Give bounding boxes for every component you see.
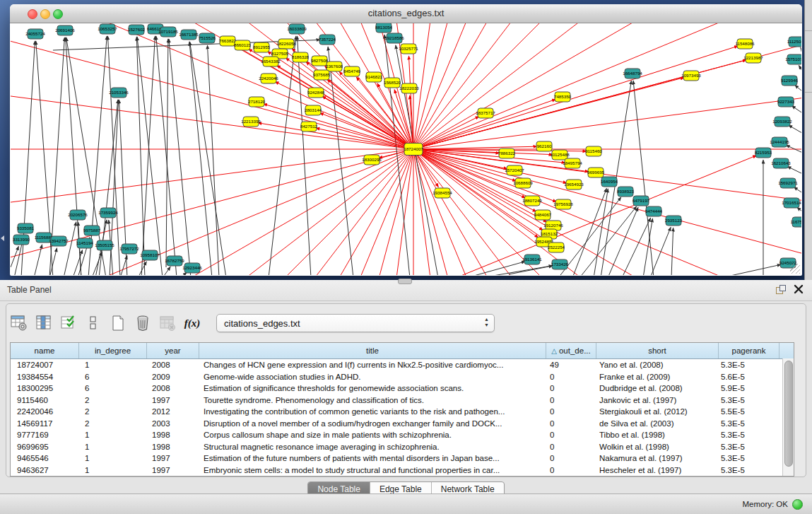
graph-node[interactable]: 10688609 [513, 178, 533, 188]
graph-node[interactable]: 9227343 [777, 97, 795, 107]
scrollbar-thumb[interactable] [784, 361, 793, 467]
column-header-name[interactable]: name [11, 343, 79, 358]
graph-node[interactable]: 7485350 [554, 92, 572, 102]
graph-node[interactable]: 1527602 [128, 25, 146, 35]
graph-node[interactable]: 10719185 [158, 27, 178, 37]
vertical-scrollbar[interactable] [782, 358, 794, 476]
window-resize-grip[interactable] [790, 264, 800, 274]
graph-node[interactable]: 2718120 [248, 97, 266, 107]
graph-node[interactable]: 17016514 [782, 198, 801, 208]
delete-table-icon[interactable] [158, 314, 177, 332]
new-column-icon[interactable] [109, 314, 127, 332]
graph-node[interactable]: 18222033 [399, 83, 419, 93]
graph-node[interactable]: 18724007 [404, 144, 423, 156]
table-row[interactable]: 977716911998Corpus callosum shape and si… [11, 429, 794, 441]
graph-node[interactable]: 20691406 [55, 25, 75, 35]
float-window-icon[interactable] [776, 285, 787, 295]
graph-node[interactable]: 8938923 [617, 187, 635, 197]
graph-node[interactable]: 10973493 [681, 71, 701, 81]
graph-node[interactable]: 7357224 [319, 35, 336, 45]
graph-node[interactable]: 3313990 [13, 235, 30, 245]
graph-node[interactable]: 19218586 [384, 33, 404, 43]
graph-node[interactable]: 15720407 [505, 165, 524, 175]
graph-node[interactable]: 2522254 [548, 243, 565, 252]
graph-node[interactable]: 9242848 [307, 88, 325, 98]
graph-node[interactable]: 9129946 [781, 76, 799, 86]
graph-node[interactable]: 16782759 [165, 256, 184, 266]
graph-node[interactable]: 13505155 [95, 240, 114, 250]
graph-node[interactable]: 1640954 [601, 177, 618, 187]
graph-node[interactable]: 11548086 [735, 39, 755, 49]
column-header-in_degree[interactable]: in_degree [79, 343, 147, 358]
graph-node[interactable]: 12923446 [182, 263, 202, 273]
graph-node[interactable]: 9335081 [17, 223, 35, 233]
table-row[interactable]: 946362711997Embryonic stem cells: a mode… [11, 465, 794, 477]
show-columns-icon[interactable] [35, 314, 53, 332]
graph-node[interactable]: 1733426 [551, 259, 569, 269]
column-header-year[interactable]: year [147, 343, 199, 358]
graph-node[interactable]: 19654923 [564, 180, 584, 189]
graph-node[interactable]: 7886322 [498, 148, 516, 158]
graph-node[interactable]: 8454749 [343, 66, 361, 76]
column-header-pagerank[interactable]: pagerank [719, 343, 779, 358]
graph-node[interactable]: 9474444 [645, 206, 663, 216]
window-titlebar[interactable]: citations_edges.txt [10, 4, 802, 23]
graph-node[interactable]: 18807249 [522, 196, 542, 206]
graph-node[interactable]: 16543382 [261, 57, 281, 66]
graph-node[interactable]: 8912955 [253, 42, 271, 52]
graph-node[interactable]: 9975887 [83, 226, 101, 235]
graph-node[interactable]: 10958107 [140, 250, 160, 260]
table-row[interactable]: 911546021997Tourette syndrome. Phenomeno… [11, 395, 794, 407]
graph-node[interactable]: 18300295 [362, 155, 382, 165]
graph-node[interactable]: 15692971 [778, 178, 798, 188]
graph-node[interactable]: 10325771 [399, 44, 418, 54]
graph-node[interactable]: 12213987 [743, 53, 763, 63]
graph-node[interactable]: 12093822 [772, 117, 792, 127]
graph-node[interactable]: 9146821 [365, 72, 383, 82]
network-window[interactable]: citations_edges.txt 18724007766382286601… [10, 4, 802, 276]
close-icon[interactable] [794, 284, 804, 295]
table-mode-icon[interactable] [10, 314, 28, 332]
graph-node[interactable]: 1145194 [76, 238, 93, 248]
graph-node[interactable]: 9484067 [534, 210, 552, 220]
graph-node[interactable]: 22420046 [259, 74, 278, 83]
graph-node[interactable]: 9699695 [587, 168, 605, 177]
graph-node[interactable]: 15751074 [785, 54, 801, 64]
table-row[interactable]: 969969511998Structural magnetic resonanc… [11, 441, 794, 453]
table-row[interactable]: 1456911722003Disruption of a novel membe… [11, 418, 794, 430]
graph-node[interactable]: 12213399 [241, 117, 261, 127]
graph-node[interactable]: 9375685 [313, 70, 331, 80]
function-builder-icon[interactable]: f(x) [183, 314, 201, 332]
graph-node[interactable]: 18375717 [476, 108, 495, 118]
graph-node[interactable]: 962160 [536, 141, 552, 151]
graph-node[interactable]: 16671385 [179, 30, 199, 40]
graph-node[interactable]: 1568520 [384, 78, 401, 88]
graph-node[interactable]: 24055724 [25, 29, 45, 39]
table-row[interactable]: 1830029562008Estimation of significance … [11, 382, 794, 395]
graph-node[interactable]: 2367608 [326, 62, 343, 71]
graph-node[interactable]: 13942757 [49, 236, 69, 246]
select-all-icon[interactable] [59, 314, 78, 332]
graph-node[interactable]: 8427512 [300, 122, 318, 132]
column-header-short[interactable]: short [596, 343, 719, 358]
table-row[interactable]: 1872400712008Changes of HCN gene express… [11, 359, 794, 371]
graph-node[interactable]: 19136141 [522, 255, 542, 264]
table-row[interactable]: 2242004622012Investigating the contribut… [11, 406, 794, 418]
graph-node[interactable]: 17957272 [119, 244, 139, 254]
clear-selection-icon[interactable] [84, 314, 102, 332]
graph-node[interactable]: 12444195 [770, 137, 789, 147]
column-header-out_de[interactable]: △out_de... [546, 343, 596, 358]
table-selector-dropdown[interactable]: citations_edges.txt ▲▼ [216, 314, 495, 332]
graph-node[interactable]: 17359924 [98, 208, 118, 218]
graph-node[interactable]: 18226058 [276, 39, 296, 49]
graph-node[interactable]: 16210643 [771, 158, 791, 168]
graph-node[interactable]: 6479197 [632, 196, 650, 206]
panel-collapse-arrow-icon[interactable] [1, 235, 4, 241]
graph-node[interactable]: 10653257 [98, 24, 117, 34]
column-header-title[interactable]: title [199, 343, 546, 358]
graph-node[interactable]: 19756928 [553, 199, 573, 209]
graph-node[interactable]: 21053346 [109, 88, 129, 98]
graph-node[interactable]: 9115460 [585, 146, 602, 156]
graph-node[interactable]: 16648794 [623, 69, 642, 78]
graph-node[interactable]: 8660123 [234, 40, 252, 50]
